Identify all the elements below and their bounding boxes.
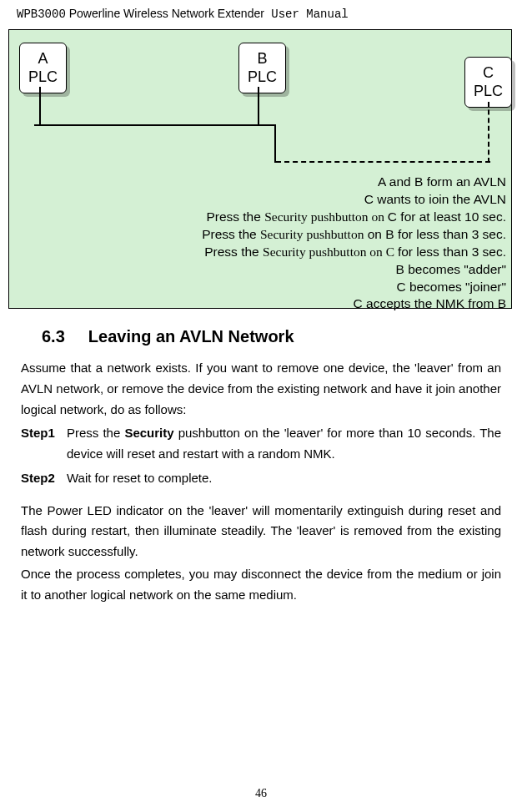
product-code: WPB3000	[17, 8, 66, 21]
plc-b-label2: PLC	[248, 68, 277, 87]
diag-line-8: C accepts the NMK from B	[202, 295, 506, 313]
section-heading: 6.3Leaving an AVLN Network	[42, 327, 501, 346]
wire-horizontal	[34, 124, 276, 126]
intro-paragraph: Assume that a network exists. If you wan…	[21, 358, 501, 420]
step-2-label: Step2	[21, 468, 67, 489]
diag-line-2: C wants to ioin the AVLN	[202, 191, 506, 209]
diag-line-5: Press the Security pushbutton on C for l…	[202, 244, 506, 261]
step-2-body: Wait for reset to complete.	[67, 468, 501, 489]
network-diagram: A PLC B PLC C PLC A and B form an AVLN C…	[8, 29, 512, 309]
page-header: WPB3000 Powerline Wireless Network Exten…	[0, 0, 522, 21]
wire-vertical-a	[39, 87, 41, 126]
plc-b-box: B PLC	[238, 43, 286, 93]
step-1-label: Step1	[21, 423, 67, 465]
step-1-body: Press the Security pushbutton on the 'le…	[67, 423, 501, 465]
section-number: 6.3	[42, 327, 65, 345]
wire-dashed-vertical	[488, 102, 489, 163]
plc-c-label1: C	[474, 64, 503, 83]
wire-join	[274, 124, 276, 163]
diag-line-1: A and B form an AVLN	[202, 174, 506, 191]
plc-b-label1: B	[248, 50, 277, 68]
plc-a-box: A PLC	[19, 43, 67, 93]
diagram-caption: A and B form an AVLN C wants to ioin the…	[202, 174, 506, 313]
section-title: Leaving an AVLN Network	[88, 327, 294, 345]
closing-paragraph: Once the process completes, you may disc…	[21, 564, 501, 606]
diag-line-6: B becomes "adder"	[202, 261, 506, 279]
diag-line-4: Press the Security pushbutton on B for l…	[202, 226, 506, 244]
step-1-row: Step1 Press the Security pushbutton on t…	[21, 423, 501, 465]
diag-line-3: Press the Security pushbutton on C for a…	[202, 209, 506, 226]
header-text-2: User Manual	[264, 8, 349, 21]
plc-c-box: C PLC	[464, 57, 512, 108]
wire-vertical-b	[258, 87, 259, 126]
result-paragraph: The Power LED indicator on the 'leaver' …	[21, 501, 501, 562]
plc-a-label2: PLC	[28, 68, 58, 87]
plc-c-label2: PLC	[474, 83, 503, 101]
plc-a-label1: A	[28, 50, 58, 68]
wire-dashed-horizontal	[276, 161, 490, 163]
header-text-1: Powerline Wireless Network Extender	[66, 7, 264, 20]
step-2-row: Step2 Wait for reset to complete.	[21, 468, 501, 489]
diag-line-7: C becomes "joiner"	[202, 279, 506, 296]
page-number: 46	[0, 787, 522, 800]
